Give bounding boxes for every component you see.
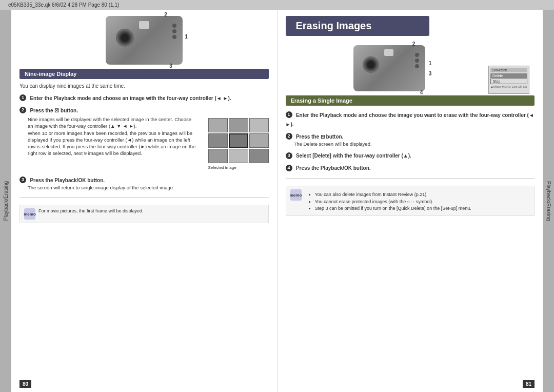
stop-button-display: Stop bbox=[490, 79, 527, 84]
left-step-2: 2 Press the ☒ button. Nine images will b… bbox=[19, 105, 269, 172]
left-divider bbox=[19, 197, 269, 198]
bullet-1: You can also delete images from Instant … bbox=[315, 191, 471, 199]
right-step-1-title: Enter the Playback mode and choose the i… bbox=[286, 112, 534, 127]
right-header-area: Erasing Images bbox=[286, 16, 535, 42]
left-intro-text: You can display nine images at the same … bbox=[19, 83, 269, 89]
delete-screen: 100-0520 Delete Stop ▲Move MENU Exit OK … bbox=[488, 66, 529, 94]
right-camera-area: 2 1 3 4 100-0520 Delete Stop ▲Move MENU … bbox=[286, 45, 535, 91]
thumb-4 bbox=[208, 133, 228, 148]
right-camera-image bbox=[353, 45, 425, 91]
left-page-number: 80 bbox=[19, 380, 31, 388]
thumb-1 bbox=[208, 118, 228, 132]
thumb-5-selected bbox=[229, 133, 248, 148]
right-camera-lens bbox=[363, 56, 379, 73]
callout-4-right: 4 bbox=[420, 90, 423, 95]
left-step-1: 1 Enter the Playback mode and choose an … bbox=[19, 93, 269, 102]
left-memo-block: memo For movie pictures, the first frame… bbox=[19, 205, 269, 223]
right-memo-block: memo You can also delete images from Ins… bbox=[286, 186, 535, 216]
right-step-4-number: 4 bbox=[286, 165, 292, 171]
left-camera-image bbox=[106, 16, 183, 65]
bullet-2: You cannot erase protected images (with … bbox=[315, 199, 471, 206]
step-3-title: Press the Playback/OK button. bbox=[30, 178, 105, 183]
left-page: 2 1 3 Nine-image Display You can display… bbox=[11, 10, 277, 392]
left-camera-area: 2 1 3 bbox=[19, 16, 269, 65]
right-step-3-title: Select [Delete] with the four-way contro… bbox=[296, 153, 411, 159]
bullet-3: Step 3 can be omitted if you turn on the… bbox=[315, 205, 471, 212]
step-2-number: 2 bbox=[19, 107, 26, 113]
right-page: Erasing Images 2 1 bbox=[277, 10, 543, 392]
right-page-number: 81 bbox=[523, 380, 535, 388]
right-step-2: 2 Press the ⊟ button. The Delete screen … bbox=[286, 131, 535, 147]
delete-screen-header: 100-0520 bbox=[490, 68, 527, 72]
thumb-3 bbox=[249, 118, 269, 132]
left-tab-label: Playback/Erasing bbox=[3, 181, 9, 221]
step-2-title: Press the ☒ button. bbox=[30, 108, 77, 113]
right-step-1: 1 Enter the Playback mode and choose the… bbox=[286, 110, 535, 128]
step-3-number: 3 bbox=[19, 177, 26, 183]
left-sidebar-tab: Playback/Erasing bbox=[0, 10, 11, 392]
right-divider bbox=[286, 178, 535, 179]
step-3-body: The screen will return to single-image d… bbox=[28, 184, 269, 191]
delete-screen-footer: ▲Move MENU Exit OK Ok bbox=[490, 85, 527, 88]
right-step-4-title: Press the Playback/OK button. bbox=[296, 165, 371, 171]
camera-flash bbox=[139, 21, 149, 29]
callout-1-left: 1 bbox=[185, 34, 188, 40]
thumb-6 bbox=[249, 133, 269, 148]
page-container: e05KB335_33e.qk 6/6/02 4:28 PM Page 80 (… bbox=[0, 0, 554, 392]
callout-1-right: 1 bbox=[429, 61, 432, 66]
right-step-3: 3 Select [Delete] with the four-way cont… bbox=[286, 150, 535, 160]
main-content: Playback/Erasing 2 bbox=[0, 10, 554, 392]
step-1-number: 1 bbox=[19, 94, 26, 101]
left-step-3: 3 Press the Playback/OK button. The scre… bbox=[19, 175, 269, 191]
right-step-1-number: 1 bbox=[286, 111, 292, 118]
right-camera-buttons bbox=[415, 53, 419, 68]
callout-2-left: 2 bbox=[164, 12, 167, 17]
left-section-title: Nine-image Display bbox=[19, 69, 269, 79]
page-title: Erasing Images bbox=[286, 16, 429, 36]
thumb-7 bbox=[208, 149, 228, 163]
camera-buttons bbox=[172, 24, 176, 39]
thumb-8 bbox=[229, 149, 248, 163]
step-2-body: Nine images will be displayed with the s… bbox=[28, 116, 196, 157]
right-section-title: Erasing a Single Image bbox=[286, 95, 535, 106]
right-bullet-list: You can also delete images from Instant … bbox=[309, 191, 471, 212]
right-step-2-number: 2 bbox=[286, 133, 292, 140]
file-info: e05KB335_33e.qk 6/6/02 4:28 PM Page 80 (… bbox=[8, 2, 119, 8]
camera-lens bbox=[116, 29, 134, 47]
memo-icon-left: memo bbox=[24, 208, 35, 220]
right-step-2-body: The Delete screen will be displayed. bbox=[294, 141, 535, 147]
delete-screen-id: 100-0520 bbox=[492, 68, 507, 72]
callout-2-right: 2 bbox=[412, 41, 416, 47]
callout-3-left: 3 bbox=[169, 63, 172, 69]
thumbnail-grid bbox=[208, 118, 269, 163]
right-camera-flash bbox=[384, 49, 393, 56]
left-memo-text: For movie pictures, the first frame will… bbox=[38, 208, 144, 213]
callout-3-right: 3 bbox=[429, 71, 432, 76]
selected-label: Selected image bbox=[208, 165, 269, 170]
step-1-title: Enter the Playback mode and choose an im… bbox=[30, 95, 231, 101]
thumb-9 bbox=[249, 149, 269, 163]
memo-icon-right: memo bbox=[290, 189, 302, 201]
right-sidebar-tab: Playback/Erasing bbox=[543, 10, 554, 392]
top-bar: e05KB335_33e.qk 6/6/02 4:28 PM Page 80 (… bbox=[0, 0, 554, 10]
thumb-2 bbox=[229, 118, 248, 132]
right-tab-label: Playback/Erasing bbox=[546, 181, 551, 221]
right-step-3-number: 3 bbox=[286, 152, 292, 159]
right-step-4: 4 Press the Playback/OK button. bbox=[286, 163, 535, 172]
right-step-2-title: Press the ⊟ button. bbox=[296, 134, 343, 140]
delete-button-display: Delete bbox=[490, 73, 527, 78]
